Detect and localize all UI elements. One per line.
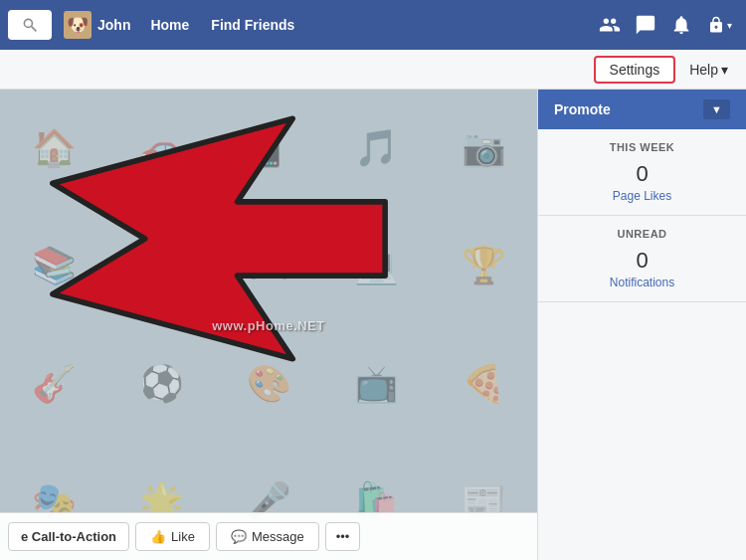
nav-icon-group: ▾ (594, 9, 738, 41)
page-likes-count: 0 (554, 161, 730, 187)
dropdown-bar: Settings Help ▾ (0, 50, 746, 90)
settings-button[interactable]: Settings (594, 56, 676, 84)
more-button[interactable]: ••• (325, 522, 361, 551)
navbar: 🐶 John Home Find Friends ▾ (0, 0, 746, 50)
notifications-count: 0 (554, 248, 730, 274)
cta-label: e Call-to-Action (21, 529, 116, 544)
search-button[interactable] (8, 10, 52, 40)
main-area: 🏠 🚗 📱 🎵 📷 📚 ✈️ 🎮 💻 🏆 🎸 ⚽ 🎨 📺 🍕 🎭 🌟 🎤 🛍️ … (0, 90, 746, 560)
help-button[interactable]: Help ▾ (679, 58, 738, 82)
message-button[interactable]: 💬 Message (216, 522, 319, 551)
messages-icon[interactable] (630, 9, 661, 41)
action-bar: e Call-to-Action 👍 Like 💬 Message ••• (0, 512, 537, 560)
search-icon (22, 17, 38, 33)
promote-dropdown-arrow: ▼ (703, 99, 730, 119)
unread-section: UNREAD 0 Notifications (538, 216, 746, 302)
watermark: www.pHome.NET (212, 317, 325, 332)
promote-button[interactable]: Promote ▼ (538, 90, 746, 129)
sidebar: Promote ▼ THIS WEEK 0 Page Likes UNREAD … (537, 90, 746, 560)
nav-username: John (97, 17, 130, 33)
account-dropdown-arrow: ▾ (727, 20, 732, 31)
this-week-label: THIS WEEK (554, 141, 730, 153)
like-label: Like (171, 529, 195, 544)
notifications-label[interactable]: Notifications (554, 276, 730, 289)
thumbsup-icon: 👍 (150, 529, 166, 544)
account-menu-button[interactable]: ▾ (701, 12, 738, 38)
like-button[interactable]: 👍 Like (135, 522, 210, 551)
nav-find-friends-link[interactable]: Find Friends (203, 13, 302, 37)
svg-point-0 (24, 19, 32, 27)
unread-label: UNREAD (554, 228, 730, 240)
nav-home-link[interactable]: Home (142, 13, 197, 37)
page-cover: 🏠 🚗 📱 🎵 📷 📚 ✈️ 🎮 💻 🏆 🎸 ⚽ 🎨 📺 🍕 🎭 🌟 🎤 🛍️ … (0, 90, 537, 560)
help-label: Help (689, 62, 718, 78)
friends-requests-icon[interactable] (594, 9, 626, 41)
help-dropdown-arrow: ▾ (721, 62, 728, 78)
nav-profile[interactable]: 🐶 John (58, 7, 136, 43)
page-likes-label[interactable]: Page Likes (554, 189, 730, 203)
message-label: Message (252, 529, 304, 544)
avatar: 🐶 (64, 11, 92, 39)
message-bubble-icon: 💬 (231, 529, 247, 544)
promote-label: Promote (554, 101, 611, 117)
svg-line-1 (32, 27, 37, 32)
notifications-icon[interactable] (665, 9, 697, 41)
cta-button[interactable]: e Call-to-Action (8, 522, 129, 551)
this-week-section: THIS WEEK 0 Page Likes (538, 129, 746, 216)
